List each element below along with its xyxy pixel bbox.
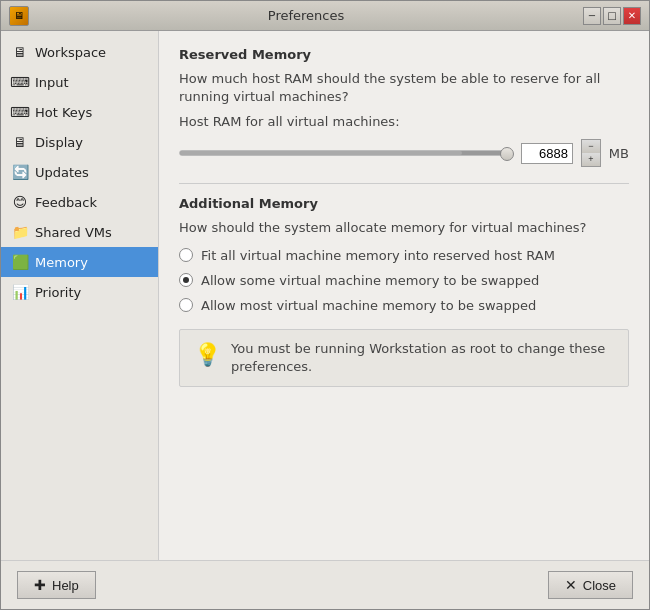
content-area: 🖥 Workspace ⌨ Input ⌨ Hot Keys 🖥 Display… (1, 31, 649, 560)
input-icon: ⌨ (11, 73, 29, 91)
sidebar-label-display: Display (35, 135, 83, 150)
close-button[interactable]: ✕ Close (548, 571, 633, 599)
memory-options-group: Fit all virtual machine memory into rese… (179, 248, 629, 313)
main-panel: Reserved Memory How much host RAM should… (159, 31, 649, 560)
radio-some-swap-circle[interactable] (179, 273, 193, 287)
help-button[interactable]: ✚ Help (17, 571, 96, 599)
sidebar-label-updates: Updates (35, 165, 89, 180)
updates-icon: 🔄 (11, 163, 29, 181)
radio-fit-circle[interactable] (179, 248, 193, 262)
help-label: Help (52, 578, 79, 593)
memory-icon: 🟩 (11, 253, 29, 271)
sidebar-item-display[interactable]: 🖥 Display (1, 127, 158, 157)
unit-label: MB (609, 146, 629, 161)
sidebar-item-input[interactable]: ⌨ Input (1, 67, 158, 97)
sidebar: 🖥 Workspace ⌨ Input ⌨ Hot Keys 🖥 Display… (1, 31, 159, 560)
close-label: Close (583, 578, 616, 593)
sidebar-label-hotkeys: Hot Keys (35, 105, 92, 120)
slider-label: Host RAM for all virtual machines: (179, 114, 629, 129)
memory-value-input[interactable] (521, 143, 573, 164)
spin-buttons: − + (581, 139, 601, 167)
sidebar-label-feedback: Feedback (35, 195, 97, 210)
sidebar-label-priority: Priority (35, 285, 81, 300)
sidebar-item-memory[interactable]: 🟩 Memory (1, 247, 158, 277)
sidebar-label-memory: Memory (35, 255, 88, 270)
help-icon: ✚ (34, 577, 46, 593)
radio-fit[interactable]: Fit all virtual machine memory into rese… (179, 248, 629, 263)
info-box: 💡 You must be running Workstation as roo… (179, 329, 629, 387)
section-separator (179, 183, 629, 184)
app-icon-symbol: 🖥 (14, 10, 24, 21)
additional-memory-title: Additional Memory (179, 196, 629, 211)
radio-most-swap-label: Allow most virtual machine memory to be … (201, 298, 536, 313)
window-title: Preferences (29, 8, 583, 23)
reserved-memory-title: Reserved Memory (179, 47, 629, 62)
slider-track (180, 151, 462, 155)
radio-fit-label: Fit all virtual machine memory into rese… (201, 248, 555, 263)
display-icon: 🖥 (11, 133, 29, 151)
feedback-icon: 😊 (11, 193, 29, 211)
sidebar-label-sharedvms: Shared VMs (35, 225, 112, 240)
preferences-window: 🖥 Preferences − □ ✕ 🖥 Workspace ⌨ Input … (0, 0, 650, 610)
app-icon: 🖥 (9, 6, 29, 26)
spin-increase-button[interactable]: + (582, 153, 600, 166)
footer: ✚ Help ✕ Close (1, 560, 649, 609)
titlebar: 🖥 Preferences − □ ✕ (1, 1, 649, 31)
memory-slider[interactable] (179, 150, 513, 156)
titlebar-controls: − □ ✕ (583, 7, 641, 25)
additional-memory-desc: How should the system allocate memory fo… (179, 219, 629, 237)
sidebar-item-sharedvms[interactable]: 📁 Shared VMs (1, 217, 158, 247)
radio-some-swap-label: Allow some virtual machine memory to be … (201, 273, 539, 288)
sharedvms-icon: 📁 (11, 223, 29, 241)
sidebar-item-feedback[interactable]: 😊 Feedback (1, 187, 158, 217)
maximize-button[interactable]: □ (603, 7, 621, 25)
sidebar-item-workspace[interactable]: 🖥 Workspace (1, 37, 158, 67)
sidebar-item-updates[interactable]: 🔄 Updates (1, 157, 158, 187)
sidebar-label-input: Input (35, 75, 69, 90)
sidebar-item-priority[interactable]: 📊 Priority (1, 277, 158, 307)
sidebar-item-hotkeys[interactable]: ⌨ Hot Keys (1, 97, 158, 127)
hotkeys-icon: ⌨ (11, 103, 29, 121)
radio-some-swap[interactable]: Allow some virtual machine memory to be … (179, 273, 629, 288)
slider-row: − + MB (179, 139, 629, 167)
spin-decrease-button[interactable]: − (582, 140, 600, 153)
workspace-icon: 🖥 (11, 43, 29, 61)
minimize-button[interactable]: − (583, 7, 601, 25)
close-icon: ✕ (565, 577, 577, 593)
radio-most-swap[interactable]: Allow most virtual machine memory to be … (179, 298, 629, 313)
titlebar-left: 🖥 (9, 6, 29, 26)
close-window-button[interactable]: ✕ (623, 7, 641, 25)
info-text: You must be running Workstation as root … (231, 340, 614, 376)
reserved-memory-desc: How much host RAM should the system be a… (179, 70, 629, 106)
slider-thumb[interactable] (500, 147, 514, 161)
priority-icon: 📊 (11, 283, 29, 301)
sidebar-label-workspace: Workspace (35, 45, 106, 60)
info-icon: 💡 (194, 342, 221, 367)
radio-most-swap-circle[interactable] (179, 298, 193, 312)
